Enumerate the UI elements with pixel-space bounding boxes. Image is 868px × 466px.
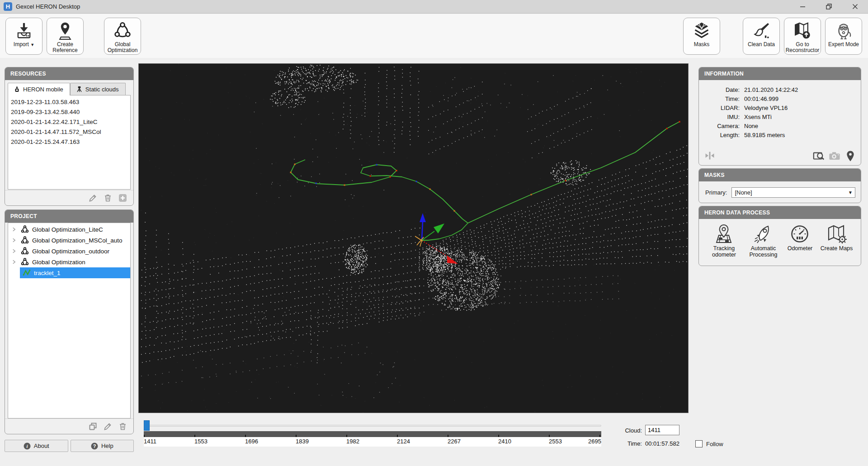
- automatic-processing-label: Automatic Processing: [744, 245, 783, 258]
- timeline-tick-label: 2553: [549, 438, 562, 445]
- edit-project-icon[interactable]: [104, 422, 112, 431]
- project-actions: [5, 418, 133, 434]
- information-header: INFORMATION: [699, 67, 861, 80]
- import-caret-icon: ▼: [30, 43, 34, 47]
- timeline-tick-label: 2267: [448, 438, 461, 445]
- masks-header: MASKS: [699, 169, 861, 181]
- import-label: Import ▼: [14, 42, 34, 48]
- resource-item[interactable]: 2019-12-23-11.03.58.463: [11, 97, 127, 107]
- heron-backpack-icon: [14, 86, 20, 93]
- brush-icon: [752, 21, 771, 40]
- time-label: Time:: [620, 440, 642, 447]
- resource-item[interactable]: 2020-01-21-14.22.42.171_LiteC: [11, 117, 127, 127]
- minimize-icon: [800, 4, 806, 10]
- info-row-time: Time:00:01:46.999: [702, 95, 856, 104]
- tracking-odometer-button[interactable]: Tracking odometer: [704, 223, 744, 258]
- location-pin-icon[interactable]: [844, 150, 856, 162]
- automatic-processing-button[interactable]: Automatic Processing: [744, 223, 783, 258]
- add-resource-icon[interactable]: [118, 194, 127, 202]
- tab-static-clouds-label: Static clouds: [85, 86, 119, 93]
- timeline-slider-track[interactable]: [144, 425, 601, 427]
- timeline-slider-handle[interactable]: [144, 420, 150, 431]
- chevron-right-icon: [11, 248, 17, 254]
- owl-icon: [834, 21, 853, 40]
- create-reference-button[interactable]: Create Reference: [47, 18, 84, 55]
- cloud-input[interactable]: [645, 425, 679, 435]
- global-optimization-icon: [113, 21, 132, 40]
- point-cloud-viewport[interactable]: [138, 63, 689, 413]
- create-maps-button[interactable]: Create Maps: [817, 223, 856, 258]
- inspect-cloud-icon[interactable]: [813, 150, 825, 162]
- titlebar: H Gexcel HERON Desktop: [0, 0, 868, 14]
- tracking-odometer-label: Tracking odometer: [704, 245, 744, 258]
- help-button[interactable]: ? Help: [71, 440, 134, 452]
- timeline-tick-label: 1553: [194, 438, 208, 445]
- cloud-label: Cloud:: [620, 427, 642, 434]
- global-optimization-icon: [21, 225, 29, 233]
- follow-checkbox[interactable]: [695, 440, 703, 447]
- global-optimization-button[interactable]: Global Optimization: [104, 18, 141, 55]
- odometer-icon: [789, 223, 810, 244]
- go-to-reconstructor-button[interactable]: Go to Reconstructor: [784, 18, 821, 55]
- project-panel: PROJECT Global Optimization_LiteC Global…: [5, 209, 134, 434]
- tree-item-global-optimization-litec[interactable]: Global Optimization_LiteC: [8, 224, 130, 235]
- chevron-right-icon: [11, 227, 17, 232]
- info-row-lidar: LIDAR:Velodyne VPL16: [702, 104, 856, 113]
- edit-resource-icon[interactable]: [89, 194, 97, 202]
- masks-panel: MASKS Primary: [None] ▼: [698, 168, 861, 203]
- delete-project-icon[interactable]: [118, 422, 127, 431]
- viewport-canvas[interactable]: [139, 64, 688, 413]
- data-process-panel: HERON DATA PROCESS Tracking odometer Aut…: [698, 206, 861, 266]
- expert-mode-label: Expert Mode: [828, 42, 859, 48]
- global-optimization-label: Global Optimization: [104, 42, 141, 53]
- import-button[interactable]: Import ▼: [5, 18, 42, 55]
- clean-data-button[interactable]: Clean Data: [743, 18, 780, 55]
- close-button[interactable]: [842, 0, 868, 13]
- tree-item-global-optimization[interactable]: Global Optimization: [8, 257, 130, 267]
- delete-resource-icon[interactable]: [104, 194, 112, 202]
- timeline-tick-label: 2410: [498, 438, 511, 445]
- timeline-tick-label: 1411: [144, 438, 156, 445]
- resource-item[interactable]: 2020-01-22-15.24.47.163: [11, 137, 127, 147]
- tree-item-global-optimization-mscol-auto[interactable]: Global Optimization_MSCol_auto: [8, 235, 130, 246]
- data-process-header: HERON DATA PROCESS: [699, 206, 861, 219]
- timeline-bar[interactable]: [144, 431, 601, 437]
- resources-tabs: HERON mobile Static clouds: [5, 80, 133, 95]
- primary-mask-select[interactable]: [None] ▼: [731, 187, 855, 198]
- tab-heron-mobile[interactable]: HERON mobile: [8, 83, 70, 95]
- restore-icon: [826, 4, 832, 10]
- minimize-button[interactable]: [789, 0, 816, 13]
- dropdown-caret-icon: ▼: [848, 190, 853, 195]
- create-reference-label: Create Reference: [47, 42, 83, 53]
- help-label: Help: [101, 442, 113, 449]
- about-button[interactable]: i About: [5, 440, 68, 452]
- info-icon: i: [24, 442, 31, 450]
- expert-mode-button[interactable]: Expert Mode: [825, 18, 862, 55]
- split-view-icon[interactable]: [704, 150, 715, 161]
- follow-label: Follow: [706, 441, 723, 447]
- import-icon: [14, 21, 33, 40]
- tree-item-global-optimization-outdoor[interactable]: Global Optimization_outdoor: [8, 246, 130, 257]
- camera-icon[interactable]: [829, 150, 840, 162]
- map-up-arrow-icon: [793, 21, 812, 40]
- duplicate-project-icon[interactable]: [89, 422, 97, 431]
- timeline-tick-labels: 1411155316961839198221242267241025532695: [144, 437, 601, 447]
- tab-static-clouds[interactable]: Static clouds: [70, 83, 126, 95]
- masks-button[interactable]: Masks: [683, 18, 720, 55]
- maximize-button[interactable]: [816, 0, 842, 13]
- app-logo-icon: H: [4, 2, 12, 11]
- resource-item[interactable]: 2020-01-21-14.47.11.572_MSCol: [11, 127, 127, 137]
- resource-item[interactable]: 2019-09-23-13.42.58.440: [11, 107, 127, 117]
- odometer-label: Odometer: [788, 245, 813, 252]
- create-maps-label: Create Maps: [821, 245, 853, 252]
- global-optimization-icon: [21, 236, 29, 244]
- resources-header: RESOURCES: [5, 67, 133, 80]
- question-icon: ?: [91, 442, 98, 450]
- rocket-icon: [753, 223, 774, 244]
- odometer-button[interactable]: Odometer: [783, 223, 817, 258]
- timeline-tick-label: 1982: [346, 438, 359, 445]
- tree-item-tracklet-1[interactable]: tracklet_1: [20, 267, 130, 278]
- layers-icon: [692, 21, 711, 40]
- info-row-date: Date:21.01.2020 14:22:42: [702, 86, 856, 95]
- time-value: 00:01:57.582: [645, 440, 679, 447]
